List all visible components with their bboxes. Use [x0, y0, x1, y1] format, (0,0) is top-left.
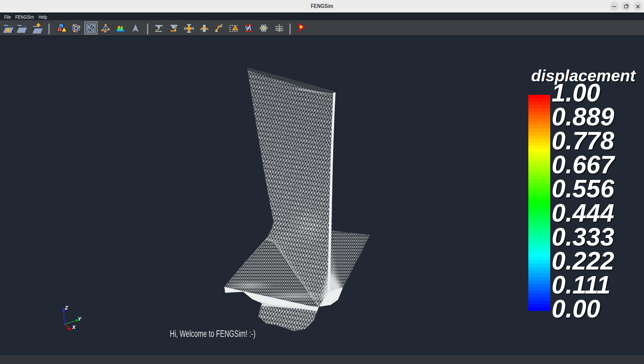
svg-text:Y: Y: [78, 316, 82, 322]
svg-text:X: X: [72, 324, 76, 330]
svg-text:Z: Z: [65, 305, 68, 311]
